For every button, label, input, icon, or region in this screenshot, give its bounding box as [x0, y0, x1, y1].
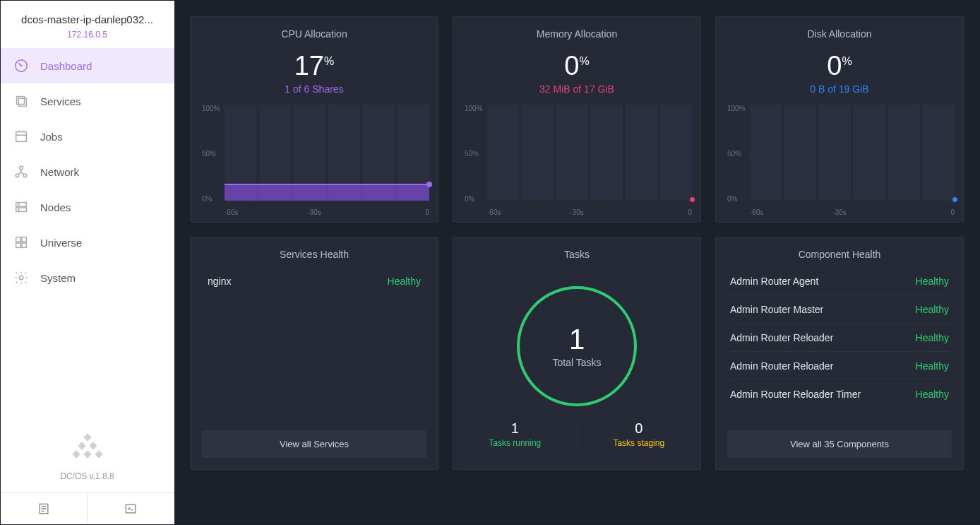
svg-point-11 [18, 209, 19, 210]
status-badge: Healthy [916, 360, 949, 372]
cpu-line [225, 184, 429, 185]
y-axis-label: 0% [202, 195, 212, 203]
svg-rect-18 [78, 442, 85, 449]
mem-subtitle: 32 MiB of 17 GiB [453, 83, 700, 95]
cpu-value: 17% [191, 52, 438, 79]
component-row[interactable]: Admin Router MasterHealthy [730, 295, 949, 324]
cli-button[interactable] [87, 493, 174, 524]
nav-item-network[interactable]: Network [1, 154, 174, 189]
docs-button[interactable] [1, 493, 87, 524]
y-axis-label: 100% [727, 105, 746, 112]
stack-icon [13, 93, 29, 109]
component-row[interactable]: Admin Router Reloader TimerHealthy [730, 380, 949, 408]
disk-dot-icon [952, 197, 957, 202]
component-name: Admin Router Reloader [730, 360, 833, 372]
status-badge: Healthy [916, 304, 949, 315]
view-all-components-button[interactable]: View all 35 Components [727, 430, 952, 458]
services-health-card: Services Health nginx Healthy View all S… [190, 237, 438, 470]
x-axis-label: 0 [688, 208, 692, 216]
y-axis-label: 100% [202, 105, 220, 112]
svg-rect-2 [17, 97, 25, 105]
component-row[interactable]: Admin Router ReloaderHealthy [730, 352, 949, 380]
tasks-ring-icon: 1 Total Tasks [517, 286, 637, 406]
card-title: Component Health [716, 249, 963, 260]
y-axis-label: 0% [465, 195, 474, 203]
tasks-staging-number: 0 [578, 420, 701, 437]
card-title: Services Health [191, 249, 438, 260]
x-axis-label: -30s [570, 208, 583, 216]
services-health-list: nginx Healthy [191, 267, 438, 423]
bottom-bar [1, 492, 174, 524]
service-name: nginx [208, 276, 231, 287]
chart-bg-bars [487, 105, 692, 201]
x-axis-label: -30s [307, 208, 321, 216]
nav-label: Jobs [40, 131, 63, 143]
x-axis-label: 0 [950, 208, 955, 216]
tasks-running-label: Tasks running [453, 438, 577, 448]
percent-sign: % [579, 55, 589, 67]
percent-sign: % [324, 55, 334, 67]
svg-point-16 [19, 276, 23, 280]
gauge-icon [13, 58, 29, 73]
disk-value: 0% [716, 52, 963, 79]
svg-rect-3 [18, 98, 26, 106]
server-icon [13, 199, 29, 215]
sidebar: dcos-master-ip-danlep032... 172.16.0.5 D… [1, 1, 174, 524]
main-content: CPU Allocation 17% 1 of 6 Shares 100% 50… [174, 1, 979, 524]
grid-icon [13, 235, 29, 250]
sidebar-footer: DC/OS v.1.8.8 [1, 420, 174, 492]
component-row[interactable]: Admin Router ReloaderHealthy [730, 324, 949, 352]
tasks-staging-label: Tasks staging [578, 438, 701, 448]
view-all-services-button[interactable]: View all Services [202, 430, 426, 458]
service-row[interactable]: nginx Healthy [208, 267, 421, 295]
svg-rect-21 [83, 450, 91, 458]
total-tasks-label: Total Tasks [553, 357, 602, 368]
component-name: Admin Router Reloader Timer [730, 389, 861, 400]
component-row[interactable]: Admin Router AgentHealthy [730, 267, 949, 295]
svg-rect-20 [72, 450, 80, 458]
cpu-chart: 100% 50% 0% -60s -30s 0 [191, 102, 438, 222]
nav-label: Services [40, 95, 81, 107]
mem-chart: 100% 50% 0% -60s -30s 0 [453, 102, 700, 222]
network-icon [13, 164, 29, 179]
dashboard-grid: CPU Allocation 17% 1 of 6 Shares 100% 50… [190, 16, 964, 470]
gear-icon [13, 270, 29, 285]
nav-item-dashboard[interactable]: Dashboard [1, 48, 174, 83]
svg-rect-13 [22, 237, 26, 242]
component-health-card: Component Health Admin Router AgentHealt… [715, 237, 964, 470]
svg-point-1 [20, 65, 23, 67]
disk-number: 0 [827, 51, 842, 81]
y-axis-label: 50% [465, 150, 479, 158]
calendar-icon [13, 129, 29, 144]
tasks-running-number: 1 [453, 420, 577, 437]
mem-dot-icon [690, 197, 695, 202]
cpu-subtitle: 1 of 6 Shares [191, 83, 438, 95]
nav-item-universe[interactable]: Universe [1, 225, 174, 260]
status-badge: Healthy [916, 389, 949, 400]
nav-item-jobs[interactable]: Jobs [1, 119, 174, 154]
total-tasks-number: 1 [569, 324, 585, 355]
nav-item-system[interactable]: System [1, 260, 174, 295]
cluster-ip[interactable]: 172.16.0.5 [13, 30, 161, 40]
cluster-header: dcos-master-ip-danlep032... 172.16.0.5 [1, 1, 174, 48]
cpu-allocation-card: CPU Allocation 17% 1 of 6 Shares 100% 50… [190, 16, 438, 223]
disk-chart: 100% 50% 0% -60s -30s 0 [716, 102, 963, 222]
nav-label: Network [40, 166, 79, 178]
y-axis-label: 50% [202, 150, 216, 158]
component-name: Admin Router Agent [730, 276, 818, 287]
svg-rect-22 [95, 450, 102, 458]
status-badge: Healthy [916, 276, 949, 287]
nav-label: Universe [40, 237, 82, 249]
status-badge: Healthy [916, 332, 949, 343]
card-title: CPU Allocation [191, 28, 438, 40]
nav-item-services[interactable]: Services [1, 83, 174, 119]
x-axis-label: -60s [750, 208, 763, 216]
x-axis-label: -30s [832, 208, 846, 216]
mem-value: 0% [453, 52, 700, 79]
nav-item-nodes[interactable]: Nodes [1, 189, 174, 225]
y-axis-label: 0% [727, 195, 737, 203]
y-axis-label: 100% [465, 105, 483, 112]
nav-label: System [40, 272, 76, 284]
percent-sign: % [842, 55, 851, 67]
cluster-name: dcos-master-ip-danlep032... [13, 13, 161, 25]
